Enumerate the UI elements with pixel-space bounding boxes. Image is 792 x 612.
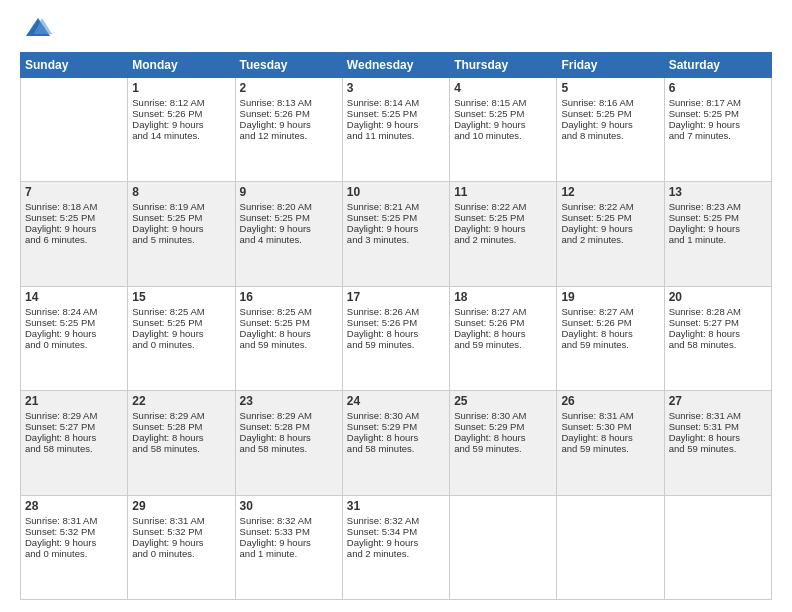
day-info-line: and 59 minutes. xyxy=(669,443,767,454)
day-info-line: Sunset: 5:25 PM xyxy=(347,212,445,223)
day-info-line: Sunset: 5:26 PM xyxy=(454,317,552,328)
day-info-line: and 58 minutes. xyxy=(669,339,767,350)
calendar-table: SundayMondayTuesdayWednesdayThursdayFrid… xyxy=(20,52,772,600)
day-info-line: and 5 minutes. xyxy=(132,234,230,245)
day-info-line: Sunrise: 8:27 AM xyxy=(561,306,659,317)
calendar-week-row: 14Sunrise: 8:24 AMSunset: 5:25 PMDayligh… xyxy=(21,286,772,390)
day-info-line: and 3 minutes. xyxy=(347,234,445,245)
calendar-cell: 31Sunrise: 8:32 AMSunset: 5:34 PMDayligh… xyxy=(342,495,449,599)
day-number: 24 xyxy=(347,394,445,408)
col-header-friday: Friday xyxy=(557,53,664,78)
day-info-line: Sunset: 5:25 PM xyxy=(454,108,552,119)
day-info-line: Sunset: 5:25 PM xyxy=(561,212,659,223)
day-info-line: Sunset: 5:25 PM xyxy=(132,212,230,223)
day-number: 6 xyxy=(669,81,767,95)
day-info-line: and 2 minutes. xyxy=(454,234,552,245)
logo-icon xyxy=(24,14,52,42)
day-info-line: Sunrise: 8:24 AM xyxy=(25,306,123,317)
calendar-cell: 10Sunrise: 8:21 AMSunset: 5:25 PMDayligh… xyxy=(342,182,449,286)
day-info-line: Sunset: 5:28 PM xyxy=(240,421,338,432)
day-info-line: Sunset: 5:26 PM xyxy=(240,108,338,119)
day-info-line: Sunset: 5:26 PM xyxy=(347,317,445,328)
calendar-cell: 23Sunrise: 8:29 AMSunset: 5:28 PMDayligh… xyxy=(235,391,342,495)
day-info-line: Sunset: 5:34 PM xyxy=(347,526,445,537)
day-info-line: Sunrise: 8:20 AM xyxy=(240,201,338,212)
day-info-line: Sunrise: 8:29 AM xyxy=(132,410,230,421)
day-info-line: Daylight: 9 hours xyxy=(347,119,445,130)
calendar-cell: 16Sunrise: 8:25 AMSunset: 5:25 PMDayligh… xyxy=(235,286,342,390)
day-info-line: Daylight: 8 hours xyxy=(454,328,552,339)
day-number: 12 xyxy=(561,185,659,199)
day-info-line: Daylight: 9 hours xyxy=(132,223,230,234)
day-info-line: Sunset: 5:25 PM xyxy=(240,317,338,328)
day-info-line: Daylight: 8 hours xyxy=(669,328,767,339)
day-info-line: Daylight: 9 hours xyxy=(454,119,552,130)
day-number: 16 xyxy=(240,290,338,304)
calendar-cell: 15Sunrise: 8:25 AMSunset: 5:25 PMDayligh… xyxy=(128,286,235,390)
day-info-line: Daylight: 9 hours xyxy=(454,223,552,234)
day-info-line: and 7 minutes. xyxy=(669,130,767,141)
calendar-cell: 1Sunrise: 8:12 AMSunset: 5:26 PMDaylight… xyxy=(128,78,235,182)
calendar-week-row: 21Sunrise: 8:29 AMSunset: 5:27 PMDayligh… xyxy=(21,391,772,495)
col-header-wednesday: Wednesday xyxy=(342,53,449,78)
calendar-week-row: 7Sunrise: 8:18 AMSunset: 5:25 PMDaylight… xyxy=(21,182,772,286)
day-info-line: Daylight: 8 hours xyxy=(25,432,123,443)
day-info-line: Daylight: 8 hours xyxy=(132,432,230,443)
day-number: 11 xyxy=(454,185,552,199)
day-number: 22 xyxy=(132,394,230,408)
day-info-line: and 59 minutes. xyxy=(454,443,552,454)
day-info-line: Sunset: 5:25 PM xyxy=(25,212,123,223)
calendar-cell: 4Sunrise: 8:15 AMSunset: 5:25 PMDaylight… xyxy=(450,78,557,182)
day-number: 3 xyxy=(347,81,445,95)
day-info-line: Sunrise: 8:27 AM xyxy=(454,306,552,317)
day-info-line: and 11 minutes. xyxy=(347,130,445,141)
day-info-line: Sunset: 5:33 PM xyxy=(240,526,338,537)
day-info-line: Daylight: 9 hours xyxy=(25,328,123,339)
day-info-line: and 58 minutes. xyxy=(240,443,338,454)
day-info-line: Daylight: 9 hours xyxy=(347,537,445,548)
day-info-line: Daylight: 9 hours xyxy=(669,119,767,130)
day-info-line: Sunrise: 8:23 AM xyxy=(669,201,767,212)
day-number: 5 xyxy=(561,81,659,95)
day-info-line: Daylight: 9 hours xyxy=(669,223,767,234)
day-info-line: Sunrise: 8:12 AM xyxy=(132,97,230,108)
calendar-cell: 25Sunrise: 8:30 AMSunset: 5:29 PMDayligh… xyxy=(450,391,557,495)
day-info-line: Daylight: 9 hours xyxy=(132,537,230,548)
day-info-line: Daylight: 9 hours xyxy=(25,537,123,548)
day-info-line: Sunrise: 8:31 AM xyxy=(561,410,659,421)
day-number: 10 xyxy=(347,185,445,199)
day-info-line: Sunset: 5:30 PM xyxy=(561,421,659,432)
day-number: 17 xyxy=(347,290,445,304)
day-info-line: Sunrise: 8:32 AM xyxy=(240,515,338,526)
day-info-line: Sunrise: 8:31 AM xyxy=(669,410,767,421)
day-info-line: and 58 minutes. xyxy=(132,443,230,454)
day-info-line: Sunrise: 8:19 AM xyxy=(132,201,230,212)
day-number: 15 xyxy=(132,290,230,304)
day-info-line: Sunrise: 8:30 AM xyxy=(454,410,552,421)
day-info-line: Sunrise: 8:29 AM xyxy=(240,410,338,421)
day-info-line: Sunset: 5:26 PM xyxy=(561,317,659,328)
day-info-line: and 0 minutes. xyxy=(132,339,230,350)
day-info-line: Sunrise: 8:29 AM xyxy=(25,410,123,421)
day-info-line: and 0 minutes. xyxy=(25,339,123,350)
day-info-line: Daylight: 8 hours xyxy=(561,328,659,339)
day-number: 14 xyxy=(25,290,123,304)
header xyxy=(20,18,772,42)
calendar-cell: 5Sunrise: 8:16 AMSunset: 5:25 PMDaylight… xyxy=(557,78,664,182)
day-info-line: Sunrise: 8:30 AM xyxy=(347,410,445,421)
day-info-line: Sunset: 5:25 PM xyxy=(669,212,767,223)
day-info-line: Daylight: 9 hours xyxy=(132,328,230,339)
calendar-cell: 26Sunrise: 8:31 AMSunset: 5:30 PMDayligh… xyxy=(557,391,664,495)
day-info-line: Sunrise: 8:25 AM xyxy=(132,306,230,317)
day-info-line: and 59 minutes. xyxy=(240,339,338,350)
day-info-line: and 58 minutes. xyxy=(25,443,123,454)
day-info-line: and 2 minutes. xyxy=(561,234,659,245)
day-info-line: Sunrise: 8:31 AM xyxy=(132,515,230,526)
day-info-line: Daylight: 9 hours xyxy=(240,537,338,548)
day-info-line: and 59 minutes. xyxy=(561,443,659,454)
day-info-line: Sunset: 5:25 PM xyxy=(669,108,767,119)
day-info-line: and 6 minutes. xyxy=(25,234,123,245)
day-info-line: and 59 minutes. xyxy=(347,339,445,350)
col-header-tuesday: Tuesday xyxy=(235,53,342,78)
day-info-line: Sunset: 5:27 PM xyxy=(25,421,123,432)
